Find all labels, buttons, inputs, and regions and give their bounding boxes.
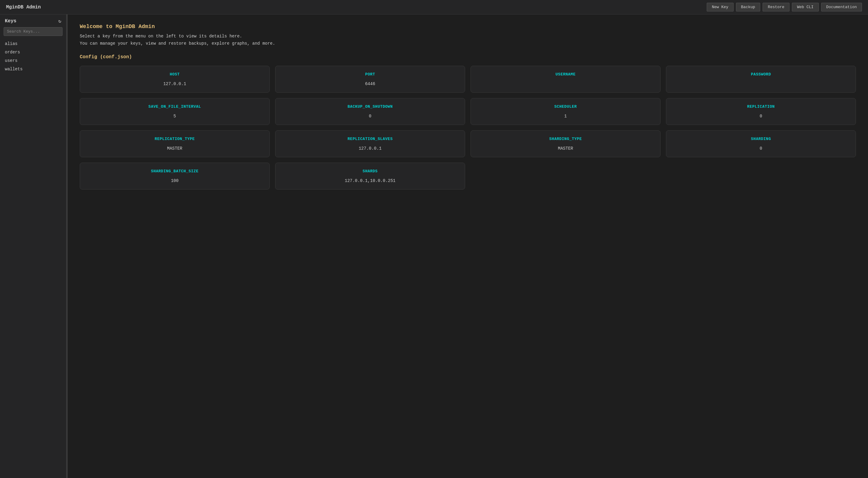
config-card-value: 127.0.0.1 xyxy=(359,146,382,151)
config-card-value: 0 xyxy=(760,146,762,151)
config-card-label: SAVE_ON_FILE_INTERVAL xyxy=(148,104,201,109)
config-card-replication_slaves: REPLICATION_SLAVES127.0.0.1 xyxy=(275,130,465,157)
welcome-desc2: You can manage your keys, view and resto… xyxy=(80,41,856,46)
config-card-sharding: SHARDING0 xyxy=(666,130,856,157)
config-card-replication_type: REPLICATION_TYPEMASTER xyxy=(80,130,270,157)
config-title: Config (conf.json) xyxy=(80,54,856,60)
config-card-value: MASTER xyxy=(558,146,573,151)
documentation-button[interactable]: Documentation xyxy=(821,3,862,11)
config-card-value: 127.0.0.1 xyxy=(163,81,186,86)
config-card-value: MASTER xyxy=(167,146,182,151)
app-title: MginDB Admin xyxy=(6,4,41,10)
config-card-save_on_file_interval: SAVE_ON_FILE_INTERVAL5 xyxy=(80,98,270,125)
config-card-label: SCHEDULER xyxy=(554,104,577,109)
config-card-label: REPLICATION xyxy=(747,104,775,109)
config-card-password: PASSWORD xyxy=(666,66,856,93)
config-card-label: SHARDS xyxy=(363,169,378,173)
sidebar-title: Keys xyxy=(5,19,16,24)
new-key-button[interactable]: New Key xyxy=(707,3,734,11)
config-card-label: SHARDING_TYPE xyxy=(549,137,582,141)
web-cli-button[interactable]: Web CLI xyxy=(792,3,819,11)
config-card-label: PASSWORD xyxy=(751,72,771,77)
header-buttons: New KeyBackupRestoreWeb CLIDocumentation xyxy=(707,3,862,11)
config-card-value: 0 xyxy=(369,114,371,118)
config-card-label: USERNAME xyxy=(555,72,575,77)
sidebar-item-wallets[interactable]: wallets xyxy=(0,65,66,73)
config-card-label: REPLICATION_TYPE xyxy=(155,137,195,141)
config-grid: HOST127.0.0.1PORT6446USERNAMEPASSWORDSAV… xyxy=(80,66,856,190)
config-card-value: 0 xyxy=(760,114,762,118)
main-layout: Keys ↻ aliasordersuserswallets Welcome t… xyxy=(0,14,868,478)
config-card-sharding_batch_size: SHARDING_BATCH_SIZE100 xyxy=(80,163,270,190)
config-card-label: HOST xyxy=(170,72,180,77)
config-card-backup_on_shutdown: BACKUP_ON_SHUTDOWN0 xyxy=(275,98,465,125)
config-card-label: REPLICATION_SLAVES xyxy=(348,137,393,141)
config-card-sharding_type: SHARDING_TYPEMASTER xyxy=(470,130,660,157)
config-card-label: BACKUP_ON_SHUTDOWN xyxy=(348,104,393,109)
backup-button[interactable]: Backup xyxy=(736,3,761,11)
header: MginDB Admin New KeyBackupRestoreWeb CLI… xyxy=(0,0,868,14)
welcome-desc1: Select a key from the menu on the left t… xyxy=(80,34,856,39)
content-area: Welcome to MginDB Admin Select a key fro… xyxy=(68,14,868,478)
refresh-icon[interactable]: ↻ xyxy=(58,18,61,24)
sidebar: Keys ↻ aliasordersuserswallets xyxy=(0,14,66,478)
config-card-value: 5 xyxy=(173,114,176,118)
sidebar-item-orders[interactable]: orders xyxy=(0,48,66,57)
config-card-shards: SHARDS127.0.0.1,10.0.0.251 xyxy=(275,163,465,190)
config-card-value: 6446 xyxy=(365,81,375,86)
config-card-label: SHARDING xyxy=(751,137,771,141)
config-card-value: 100 xyxy=(171,178,179,183)
sidebar-item-users[interactable]: users xyxy=(0,57,66,65)
config-card-label: PORT xyxy=(365,72,375,77)
config-card-label: SHARDING_BATCH_SIZE xyxy=(151,169,199,173)
config-card-scheduler: SCHEDULER1 xyxy=(470,98,660,125)
config-card-username: USERNAME xyxy=(470,66,660,93)
config-card-value: 1 xyxy=(564,114,566,118)
config-card-replication: REPLICATION0 xyxy=(666,98,856,125)
restore-button[interactable]: Restore xyxy=(763,3,789,11)
sidebar-header: Keys ↻ xyxy=(0,18,66,27)
search-input[interactable] xyxy=(4,27,63,36)
config-card-value: 127.0.0.1,10.0.0.251 xyxy=(345,178,395,183)
sidebar-item-alias[interactable]: alias xyxy=(0,39,66,48)
config-card-port: PORT6446 xyxy=(275,66,465,93)
config-card-host: HOST127.0.0.1 xyxy=(80,66,270,93)
welcome-title: Welcome to MginDB Admin xyxy=(80,24,856,30)
sidebar-items: aliasordersuserswallets xyxy=(0,39,66,73)
